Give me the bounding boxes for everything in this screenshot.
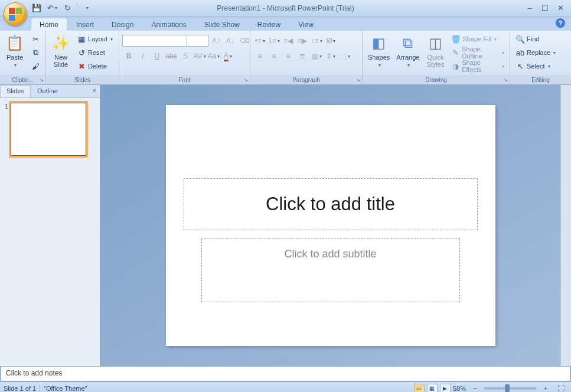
layout-button[interactable]: ▦Layout▾ <box>74 32 115 45</box>
justify-button[interactable]: ≣ <box>296 50 309 63</box>
restore-icon: ☐ <box>541 4 549 12</box>
office-button[interactable] <box>4 2 27 26</box>
tab-insert[interactable]: Insert <box>67 18 103 31</box>
numbering-icon: 1≡ <box>268 37 276 45</box>
qat-customize-button[interactable]: ▾ <box>81 2 93 14</box>
tab-slides-thumbnails[interactable]: Slides <box>0 85 31 97</box>
chevron-down-icon: ▾ <box>110 37 113 42</box>
bold-icon: B <box>126 52 132 60</box>
paste-button[interactable]: 📋 Paste▾ <box>3 32 27 70</box>
new-slide-button[interactable]: ✨ New Slide <box>49 32 73 69</box>
underline-icon: U <box>155 52 160 60</box>
drawing-dialog-launcher[interactable]: ↘ <box>503 77 508 83</box>
font-color-button[interactable]: A▾ <box>221 50 234 63</box>
delete-button[interactable]: ✖Delete <box>74 60 115 73</box>
reset-button[interactable]: ↺Reset <box>74 46 115 59</box>
text-direction-icon: ₪ <box>327 37 332 45</box>
normal-view-button[interactable]: ▭ <box>414 384 425 393</box>
font-dialog-launcher[interactable]: ↘ <box>243 77 249 83</box>
zoom-in-button[interactable]: + <box>539 382 552 393</box>
find-button[interactable]: 🔍Find <box>513 32 558 45</box>
arrange-button[interactable]: ⧉ Arrange▾ <box>394 32 422 70</box>
shape-outline-button[interactable]: ✎Shape Outline▾ <box>449 46 507 59</box>
redo-button[interactable]: ↻ <box>61 2 73 14</box>
slide-editor[interactable]: Click to add title Click to add subtitle <box>100 85 560 366</box>
restore-button[interactable]: ☐ <box>540 4 550 13</box>
sorter-view-icon: ▦ <box>429 386 435 391</box>
grow-font-button[interactable]: A↑ <box>210 34 223 47</box>
save-button[interactable]: 💾 <box>31 2 43 14</box>
shapes-button[interactable]: ◧ Shapes▾ <box>366 32 392 70</box>
tab-view[interactable]: View <box>289 18 322 31</box>
text-direction-button[interactable]: ₪▾ <box>324 34 337 47</box>
shrink-font-button[interactable]: A↓ <box>224 34 237 47</box>
zoom-out-button[interactable]: − <box>468 382 481 393</box>
numbering-button[interactable]: 1≡▾ <box>267 34 280 47</box>
select-button[interactable]: ↖Select▾ <box>513 60 558 73</box>
columns-button[interactable]: ▥▾ <box>310 50 323 63</box>
zoom-slider-thumb[interactable] <box>505 384 510 393</box>
font-name-input[interactable] <box>122 35 187 47</box>
shape-effects-button[interactable]: ◑Shape Effects▾ <box>449 60 507 73</box>
undo-button[interactable]: ↶▾ <box>46 2 58 14</box>
align-left-button[interactable]: ≡ <box>253 50 266 63</box>
tab-slideshow[interactable]: Slide Show <box>195 18 249 31</box>
slideshow-view-button[interactable]: ▶ <box>440 384 451 393</box>
strike-button[interactable]: abc <box>165 50 178 63</box>
notes-pane[interactable]: Click to add notes <box>1 366 570 381</box>
align-right-button[interactable]: ≡ <box>282 50 295 63</box>
change-case-button[interactable]: Aa▾ <box>207 50 220 63</box>
replace-button[interactable]: abReplace▾ <box>513 46 558 59</box>
cut-button[interactable]: ✂ <box>28 32 43 45</box>
eraser-icon: ⌫ <box>240 37 250 45</box>
title-placeholder[interactable]: Click to add title <box>184 178 478 230</box>
close-button[interactable]: ✕ <box>556 4 565 13</box>
group-label-paragraph: Paragraph↘ <box>250 75 362 84</box>
thumbnail-number: 1 <box>5 103 8 156</box>
tab-design[interactable]: Design <box>103 18 142 31</box>
line-spacing-button[interactable]: ↕≡▾ <box>310 34 323 47</box>
copy-button[interactable]: ⧉ <box>28 46 43 59</box>
minimize-button[interactable]: – <box>525 4 534 13</box>
thumbnail-item[interactable]: 1 <box>5 103 95 156</box>
redo-icon: ↻ <box>64 4 71 12</box>
format-painter-button[interactable]: 🖌 <box>28 60 43 73</box>
group-font: A↑ A↓ ⌫ B I U abc S AV▾ Aa▾ A▾ Font↘ <box>119 31 250 84</box>
close-icon: × <box>93 87 96 94</box>
italic-button[interactable]: I <box>136 50 149 63</box>
bold-button[interactable]: B <box>122 50 135 63</box>
side-panel-close[interactable]: × <box>89 85 100 97</box>
tab-outline[interactable]: Outline <box>31 85 64 97</box>
vertical-scrollbar[interactable] <box>560 85 571 366</box>
increase-indent-button[interactable]: ≡▶ <box>296 34 309 47</box>
change-case-icon: Aa <box>208 52 217 60</box>
shadow-button[interactable]: S <box>179 50 192 63</box>
shapes-icon: ◧ <box>370 34 389 53</box>
char-spacing-button[interactable]: AV▾ <box>193 50 206 63</box>
underline-button[interactable]: U <box>151 50 164 63</box>
sorter-view-button[interactable]: ▦ <box>427 384 438 393</box>
clipboard-icon: 📋 <box>5 34 24 53</box>
title-placeholder-text: Click to add title <box>266 194 395 215</box>
grow-font-icon: A↑ <box>212 37 220 45</box>
shape-fill-button[interactable]: 🪣Shape Fill▾ <box>449 32 507 45</box>
clipboard-dialog-launcher[interactable]: ↘ <box>38 77 44 83</box>
font-size-input[interactable] <box>187 35 208 47</box>
align-text-button[interactable]: ⇕▾ <box>324 50 337 63</box>
help-button[interactable]: ? <box>556 18 565 28</box>
tab-animations[interactable]: Animations <box>142 18 195 31</box>
bullets-button[interactable]: •≡▾ <box>253 34 266 47</box>
quick-styles-button[interactable]: ◫ Quick Styles <box>423 32 447 69</box>
clear-formatting-button[interactable]: ⌫ <box>238 34 251 47</box>
tab-review[interactable]: Review <box>249 18 289 31</box>
convert-smartart-button[interactable]: ⬚▾ <box>338 50 351 63</box>
subtitle-placeholder[interactable]: Click to add subtitle <box>201 239 460 302</box>
align-center-button[interactable]: ≡ <box>267 50 280 63</box>
fit-to-window-button[interactable]: ⛶ <box>554 382 567 393</box>
paragraph-dialog-launcher[interactable]: ↘ <box>355 77 361 83</box>
slide-canvas[interactable]: Click to add title Click to add subtitle <box>166 105 495 346</box>
decrease-indent-button[interactable]: ≡◀ <box>282 34 295 47</box>
zoom-slider[interactable] <box>484 387 537 390</box>
tab-home[interactable]: Home <box>31 18 67 31</box>
side-panel-tabs: Slides Outline × <box>0 85 100 98</box>
